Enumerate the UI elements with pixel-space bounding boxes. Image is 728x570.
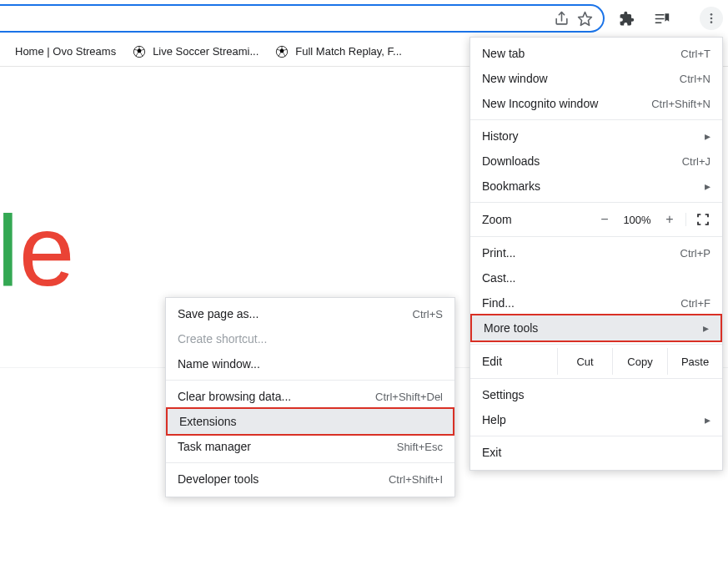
zoom-label: Zoom [482, 213, 594, 226]
menu-find[interactable]: Find... Ctrl+F [470, 290, 722, 315]
cut-button[interactable]: Cut [557, 348, 612, 375]
chevron-right-icon: ▸ [705, 129, 710, 143]
menu-history[interactable]: History ▸ [470, 124, 722, 149]
address-bar[interactable] [0, 4, 605, 33]
menu-separator [470, 344, 722, 345]
menu-print[interactable]: Print... Ctrl+P [470, 240, 722, 265]
menu-settings[interactable]: Settings [470, 382, 722, 407]
svg-point-5 [710, 13, 713, 16]
chevron-right-icon: ▸ [705, 179, 710, 193]
logo-letter-l: l [0, 200, 19, 300]
submenu-create-shortcut[interactable]: Create shortcut... [166, 326, 454, 351]
share-icon[interactable] [550, 11, 573, 27]
chevron-right-icon: ▸ [705, 413, 710, 426]
zoom-out-button[interactable]: − [594, 212, 615, 227]
highlight-extensions: Extensions [166, 407, 454, 436]
highlight-more-tools: More tools ▸ [470, 314, 722, 342]
submenu-dev-tools[interactable]: Developer tools Ctrl+Shift+I [166, 467, 454, 492]
copy-button[interactable]: Copy [612, 348, 667, 375]
reading-list-icon[interactable] [650, 7, 673, 30]
menu-new-window[interactable]: New window Ctrl+N [470, 66, 722, 91]
svg-point-7 [710, 21, 713, 23]
zoom-in-button[interactable]: + [659, 212, 680, 227]
paste-button[interactable]: Paste [667, 348, 722, 375]
bookmark-label: Home | Ovo Streams [15, 45, 116, 58]
submenu-save-page[interactable]: Save page as... Ctrl+S [166, 301, 454, 326]
menu-more-tools[interactable]: More tools ▸ [472, 315, 720, 340]
chrome-main-menu: New tab Ctrl+T New window Ctrl+N New Inc… [469, 37, 723, 471]
google-logo-fragment: l e [0, 200, 74, 300]
soccer-icon [133, 45, 146, 58]
menu-cast[interactable]: Cast... [470, 265, 722, 290]
zoom-value: 100% [615, 214, 659, 226]
menu-separator [470, 436, 722, 436]
menu-downloads[interactable]: Downloads Ctrl+J [470, 149, 722, 174]
more-menu-button[interactable] [700, 7, 723, 30]
menu-zoom: Zoom − 100% + [470, 206, 722, 233]
svg-marker-1 [578, 12, 591, 25]
logo-letter-e: e [19, 200, 75, 300]
menu-separator [470, 119, 722, 120]
more-tools-submenu: Save page as... Ctrl+S Create shortcut..… [165, 297, 455, 497]
menu-bookmarks[interactable]: Bookmarks ▸ [470, 174, 722, 199]
menu-separator [470, 378, 722, 379]
bookmark-item[interactable]: Full Match Replay, F... [267, 42, 410, 62]
menu-help[interactable]: Help ▸ [470, 407, 722, 432]
browser-toolbar [0, 0, 728, 37]
menu-new-incognito[interactable]: New Incognito window Ctrl+Shift+N [470, 91, 722, 116]
menu-separator [166, 380, 454, 381]
menu-separator [470, 202, 722, 203]
submenu-task-manager[interactable]: Task manager Shift+Esc [166, 434, 454, 459]
svg-point-6 [710, 18, 713, 20]
menu-edit-row: Edit Cut Copy Paste [470, 348, 722, 375]
bookmark-label: Full Match Replay, F... [295, 45, 402, 58]
menu-new-tab[interactable]: New tab Ctrl+T [470, 41, 722, 66]
extensions-icon[interactable] [615, 7, 638, 30]
submenu-name-window[interactable]: Name window... [166, 351, 454, 376]
star-icon[interactable] [573, 11, 596, 27]
menu-separator [470, 236, 722, 237]
submenu-clear-data[interactable]: Clear browsing data... Ctrl+Shift+Del [166, 384, 454, 409]
submenu-extensions[interactable]: Extensions [168, 409, 453, 434]
menu-exit[interactable]: Exit [470, 440, 722, 465]
toolbar-actions [605, 7, 723, 30]
bookmark-item[interactable]: Home | Ovo Streams [7, 42, 124, 61]
bookmark-item[interactable]: Live Soccer Streami... [124, 42, 267, 62]
bookmark-label: Live Soccer Streami... [153, 45, 259, 58]
soccer-icon [275, 45, 289, 58]
edit-label: Edit [470, 348, 557, 375]
chevron-right-icon: ▸ [703, 321, 709, 335]
menu-separator [166, 462, 454, 463]
fullscreen-button[interactable] [685, 213, 714, 226]
